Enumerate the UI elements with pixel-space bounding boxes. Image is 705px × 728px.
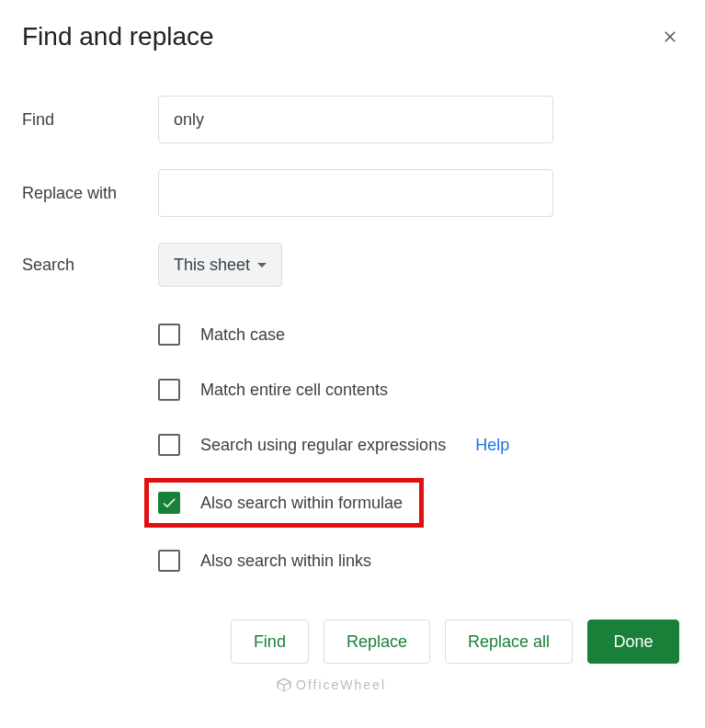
links-label: Also search within links (200, 552, 371, 571)
regex-label: Search using regular expressions (200, 436, 446, 455)
find-input[interactable] (158, 96, 553, 143)
replace-button[interactable]: Replace (324, 620, 430, 664)
check-icon (161, 495, 177, 511)
match-entire-checkbox[interactable] (158, 379, 180, 401)
formulae-label: Also search within formulae (200, 494, 403, 513)
match-entire-label: Match entire cell contents (200, 381, 388, 400)
close-icon (661, 28, 679, 46)
links-checkbox[interactable] (158, 550, 180, 572)
replace-all-button[interactable]: Replace all (445, 620, 573, 664)
find-button[interactable]: Find (231, 620, 309, 664)
chevron-down-icon (257, 263, 267, 267)
watermark: OfficeWheel (276, 677, 386, 686)
find-label: Find (22, 110, 158, 130)
dialog-title: Find and replace (22, 22, 214, 51)
done-button[interactable]: Done (587, 620, 679, 664)
regex-help-link[interactable]: Help (475, 436, 509, 455)
match-case-label: Match case (200, 325, 285, 345)
formulae-checkbox[interactable] (158, 492, 180, 514)
regex-checkbox[interactable] (158, 434, 180, 456)
replace-input[interactable] (158, 169, 553, 217)
replace-with-label: Replace with (22, 184, 158, 203)
formulae-row-highlight: Also search within formulae (144, 478, 424, 528)
dropdown-selected: This sheet (174, 256, 250, 275)
close-button[interactable] (657, 24, 683, 50)
search-label: Search (22, 256, 158, 275)
search-scope-dropdown[interactable]: This sheet (158, 243, 282, 287)
match-case-checkbox[interactable] (158, 324, 180, 346)
watermark-icon (276, 677, 292, 686)
